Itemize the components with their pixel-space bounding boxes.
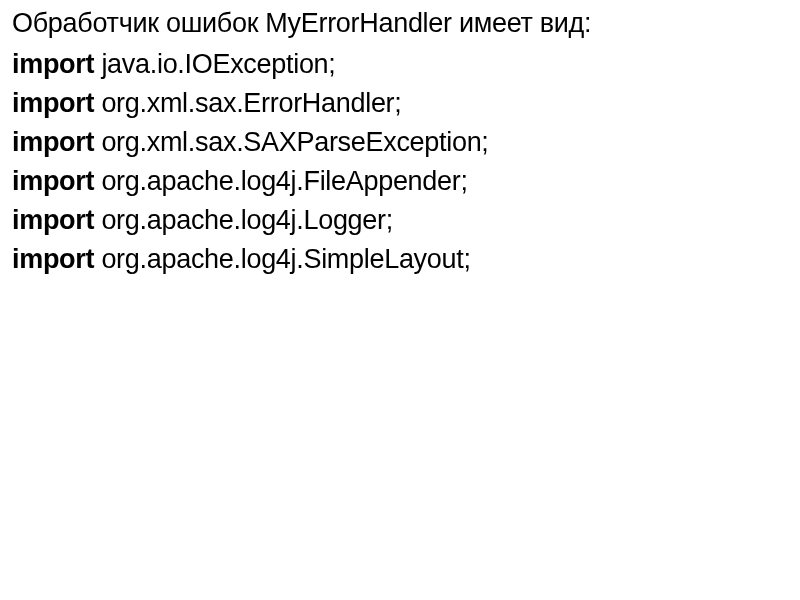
code-line: import org.xml.sax.SAXParseException; bbox=[12, 127, 788, 158]
import-path: org.apache.log4j.Logger; bbox=[94, 205, 393, 235]
import-path: org.xml.sax.ErrorHandler; bbox=[94, 88, 401, 118]
import-path: java.io.IOException; bbox=[94, 49, 335, 79]
keyword-import: import bbox=[12, 88, 94, 118]
keyword-import: import bbox=[12, 127, 94, 157]
code-line: import org.xml.sax.ErrorHandler; bbox=[12, 88, 788, 119]
keyword-import: import bbox=[12, 244, 94, 274]
import-path: org.xml.sax.SAXParseException; bbox=[94, 127, 488, 157]
code-line: import java.io.IOException; bbox=[12, 49, 788, 80]
import-path: org.apache.log4j.SimpleLayout; bbox=[94, 244, 470, 274]
code-line: import org.apache.log4j.Logger; bbox=[12, 205, 788, 236]
keyword-import: import bbox=[12, 205, 94, 235]
keyword-import: import bbox=[12, 49, 94, 79]
document-title: Обработчик ошибок MyErrorHandler имеет в… bbox=[12, 8, 788, 39]
import-path: org.apache.log4j.FileAppender; bbox=[94, 166, 467, 196]
code-line: import org.apache.log4j.FileAppender; bbox=[12, 166, 788, 197]
keyword-import: import bbox=[12, 166, 94, 196]
code-line: import org.apache.log4j.SimpleLayout; bbox=[12, 244, 788, 275]
